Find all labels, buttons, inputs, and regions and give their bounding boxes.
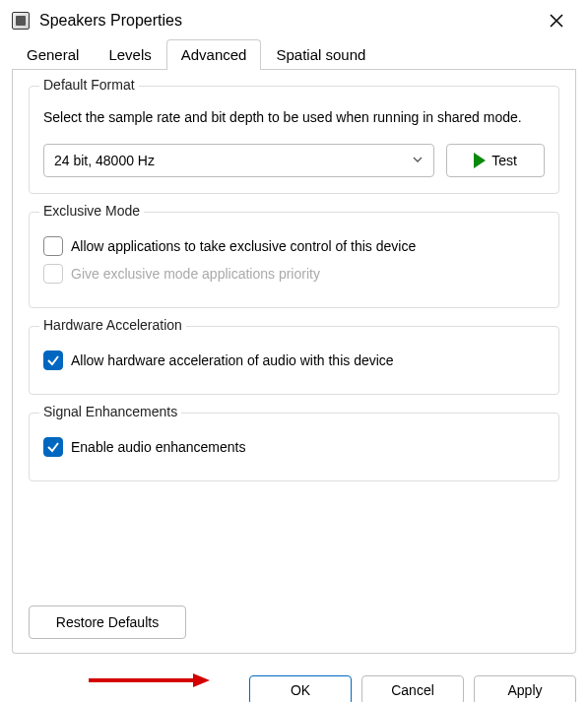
hardware-accel-checkbox[interactable] [43, 351, 63, 370]
restore-defaults-label: Restore Defaults [56, 614, 159, 630]
apply-button[interactable]: Apply [474, 675, 576, 702]
tab-strip: General Levels Advanced Spatial sound [12, 39, 576, 70]
exclusive-control-checkbox[interactable] [43, 236, 63, 256]
default-format-title: Default Format [39, 77, 139, 93]
hardware-accel-label: Allow hardware acceleration of audio wit… [71, 352, 394, 368]
default-format-group: Default Format Select the sample rate an… [29, 86, 559, 194]
exclusive-priority-checkbox [43, 264, 63, 284]
dialog-footer: OK Cancel Apply [0, 666, 588, 702]
cancel-button[interactable]: Cancel [361, 675, 464, 702]
exclusive-mode-group: Exclusive Mode Allow applications to tak… [29, 212, 559, 308]
exclusive-priority-label: Give exclusive mode applications priorit… [71, 266, 320, 282]
format-select[interactable]: 24 bit, 48000 Hz [43, 144, 434, 177]
speakers-properties-window: Speakers Properties General Levels Advan… [0, 0, 588, 702]
hardware-accel-title: Hardware Acceleration [39, 317, 186, 333]
hardware-accel-group: Hardware Acceleration Allow hardware acc… [29, 326, 559, 395]
tab-spatial[interactable]: Spatial sound [261, 39, 380, 69]
advanced-panel: Default Format Select the sample rate an… [12, 70, 576, 654]
apply-button-label: Apply [507, 682, 542, 698]
signal-enhancements-group: Signal Enhancements Enable audio enhance… [29, 413, 559, 481]
sound-device-icon [12, 12, 30, 30]
signal-enhancements-title: Signal Enhancements [39, 404, 181, 419]
format-select-value: 24 bit, 48000 Hz [54, 153, 155, 168]
titlebar: Speakers Properties [0, 0, 588, 39]
ok-button-label: OK [291, 682, 310, 698]
play-icon [474, 153, 486, 168]
audio-enhancements-label: Enable audio enhancements [71, 439, 245, 455]
window-title: Speakers Properties [39, 12, 182, 30]
content-area: General Levels Advanced Spatial sound De… [0, 39, 588, 666]
close-button[interactable] [537, 5, 576, 36]
restore-defaults-button[interactable]: Restore Defaults [29, 606, 186, 639]
cancel-button-label: Cancel [391, 682, 434, 698]
default-format-desc: Select the sample rate and bit depth to … [43, 108, 545, 128]
ok-button[interactable]: OK [249, 675, 352, 702]
close-icon [550, 14, 563, 28]
test-button-label: Test [491, 153, 517, 168]
test-button[interactable]: Test [446, 144, 545, 177]
chevron-down-icon [412, 153, 424, 168]
tab-levels[interactable]: Levels [94, 39, 165, 69]
exclusive-control-label: Allow applications to take exclusive con… [71, 238, 416, 254]
tab-advanced[interactable]: Advanced [166, 39, 262, 70]
exclusive-mode-title: Exclusive Mode [39, 203, 144, 219]
audio-enhancements-checkbox[interactable] [43, 437, 63, 457]
tab-general[interactable]: General [12, 39, 94, 69]
